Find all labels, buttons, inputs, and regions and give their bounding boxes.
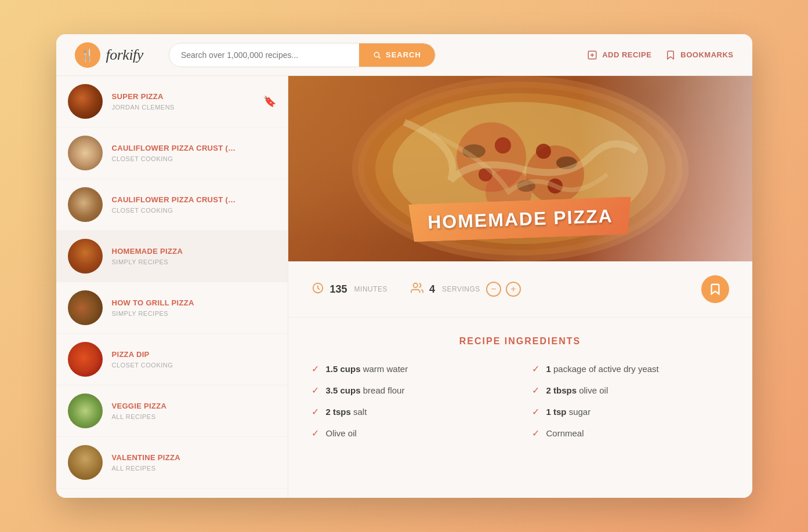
ingredient-item: ✓ 1 package of active dry yeast	[532, 363, 729, 375]
app-container: 🍴 forkify SEARCH ADD RECIPE	[56, 34, 752, 498]
recipe-info: CAULIFLOWER PIZZA CRUST (… CLOSET COOKIN…	[112, 144, 276, 162]
ingredient-item: ✓ Olive oil	[311, 427, 509, 439]
check-icon: ✓	[311, 428, 319, 439]
ingredients-title: RECIPE INGREDIENTS	[311, 336, 729, 347]
servings-meta: 4 SERVINGS − +	[411, 282, 521, 297]
recipe-list-item-6[interactable]: PIZZA DIP CLOSET COOKING	[56, 334, 288, 385]
ingredient-text: 2 tsps salt	[326, 406, 367, 418]
svg-point-15	[495, 137, 511, 154]
recipe-thumb	[68, 393, 103, 428]
recipe-name: HOW TO GRILL PIZZA	[112, 298, 276, 308]
recipe-thumb	[68, 239, 103, 274]
check-icon: ✓	[532, 406, 539, 417]
hero-title-wrap: HOMEMADE PIZZA	[408, 196, 632, 242]
add-recipe-icon	[587, 50, 597, 60]
svg-point-16	[536, 144, 551, 159]
ingredient-text: Cornmeal	[546, 427, 584, 439]
logo-icon: 🍴	[75, 42, 100, 68]
recipe-list-item-1[interactable]: SUPER PIZZA JORDAN CLEMENS 🔖	[56, 76, 288, 127]
recipe-thumb	[68, 84, 103, 119]
recipe-info: CAULIFLOWER PIZZA CRUST (… CLOSET COOKIN…	[112, 195, 276, 214]
ingredient-text: 3.5 cups bread flour	[326, 384, 405, 396]
ingredient-text: 1.5 cups warm water	[326, 363, 408, 375]
search-form: SEARCH	[169, 43, 436, 67]
recipe-name: CAULIFLOWER PIZZA CRUST (…	[112, 195, 276, 205]
decrease-servings-button[interactable]: −	[486, 282, 501, 297]
ingredient-item: ✓ 2 tbsps olive oil	[532, 384, 729, 396]
ingredient-amount: 1	[546, 364, 551, 374]
recipe-source: SIMPLY RECIPES	[112, 310, 276, 317]
recipe-list-item-2[interactable]: CAULIFLOWER PIZZA CRUST (… CLOSET COOKIN…	[56, 127, 288, 179]
recipe-info: VEGGIE PIZZA ALL RECIPES	[112, 402, 276, 420]
ingredient-amount: 2 tsps	[326, 407, 351, 417]
svg-line-1	[379, 56, 381, 58]
check-icon: ✓	[532, 363, 539, 374]
ingredient-item: ✓ Cornmeal	[532, 427, 729, 439]
ingredient-amount: 2 tbsps	[546, 385, 577, 395]
ingredients-grid: ✓ 1.5 cups warm water ✓ 1 package of act…	[311, 363, 729, 439]
logo: 🍴 forkify	[75, 42, 143, 68]
ingredient-text: 2 tbsps olive oil	[546, 384, 608, 396]
add-recipe-button[interactable]: ADD RECIPE	[587, 50, 651, 60]
ingredient-item: ✓ 1 tsp sugar	[532, 406, 729, 418]
recipe-list-item-4[interactable]: HOMEMADE PIZZA SIMPLY RECIPES	[56, 231, 288, 282]
logo-text: forkify	[106, 46, 143, 64]
recipe-info: SUPER PIZZA JORDAN CLEMENS	[112, 92, 254, 111]
bookmark-button[interactable]	[701, 275, 729, 303]
recipe-list-item-8[interactable]: VALENTINE PIZZA ALL RECIPES	[56, 437, 288, 489]
time-meta: 135 MINUTES	[311, 282, 388, 297]
ingredients-section: RECIPE INGREDIENTS ✓ 1.5 cups warm water…	[288, 318, 752, 458]
recipe-info: HOW TO GRILL PIZZA SIMPLY RECIPES	[112, 298, 276, 317]
recipe-source: JORDAN CLEMENS	[112, 104, 254, 111]
ingredient-text: 1 tsp sugar	[546, 406, 591, 418]
ingredient-amount: 3.5 cups	[326, 385, 361, 395]
recipe-name: SUPER PIZZA	[112, 92, 254, 102]
recipe-thumb	[68, 290, 103, 325]
recipe-thumb	[68, 187, 103, 222]
recipe-info: HOMEMADE PIZZA SIMPLY RECIPES	[112, 247, 276, 265]
recipe-source: CLOSET COOKING	[112, 155, 276, 162]
hero-title-bg: HOMEMADE PIZZA	[408, 196, 632, 242]
recipe-hero-title: HOMEMADE PIZZA	[427, 205, 613, 232]
svg-point-0	[374, 52, 379, 57]
ingredient-text: 1 package of active dry yeast	[546, 363, 659, 375]
people-icon	[411, 282, 423, 297]
servings-controls: − +	[486, 282, 521, 297]
main-layout: SUPER PIZZA JORDAN CLEMENS 🔖 CAULIFLOWER…	[56, 76, 752, 498]
search-input[interactable]	[169, 43, 359, 67]
check-icon: ✓	[311, 363, 319, 374]
recipe-info: VALENTINE PIZZA ALL RECIPES	[112, 453, 276, 472]
recipe-list-item-3[interactable]: CAULIFLOWER PIZZA CRUST (… CLOSET COOKIN…	[56, 179, 288, 231]
clock-icon	[311, 282, 324, 297]
ingredient-item: ✓ 2 tsps salt	[311, 406, 509, 418]
recipe-source: CLOSET COOKING	[112, 362, 276, 369]
ingredient-item: ✓ 3.5 cups bread flour	[311, 384, 509, 396]
bookmark-indicator: 🔖	[263, 95, 276, 108]
check-icon: ✓	[311, 385, 319, 396]
check-icon: ✓	[532, 428, 539, 439]
search-icon	[373, 51, 381, 59]
recipe-list-item-7[interactable]: VEGGIE PIZZA ALL RECIPES	[56, 385, 288, 437]
check-icon: ✓	[532, 385, 539, 396]
recipe-list-item-5[interactable]: HOW TO GRILL PIZZA SIMPLY RECIPES	[56, 282, 288, 334]
recipe-thumb	[68, 342, 103, 377]
recipe-thumb	[68, 445, 103, 480]
svg-point-22	[414, 283, 418, 287]
minutes-value: 135	[330, 283, 347, 296]
recipe-name: PIZZA DIP	[112, 350, 276, 360]
header-actions: ADD RECIPE BOOKMARKS	[587, 50, 733, 60]
recipe-source: ALL RECIPES	[112, 465, 276, 472]
recipe-source: CLOSET COOKING	[112, 207, 276, 214]
bookmark-icon	[709, 283, 722, 296]
bookmarks-icon	[665, 50, 676, 60]
search-button[interactable]: SEARCH	[359, 43, 435, 67]
minutes-label: MINUTES	[354, 285, 388, 293]
increase-servings-button[interactable]: +	[506, 282, 521, 297]
servings-value: 4	[429, 283, 435, 296]
recipe-meta: 135 MINUTES 4 SERVINGS − +	[288, 261, 752, 318]
sidebar: SUPER PIZZA JORDAN CLEMENS 🔖 CAULIFLOWER…	[56, 76, 288, 498]
recipe-source: SIMPLY RECIPES	[112, 258, 276, 265]
recipe-name: VALENTINE PIZZA	[112, 453, 276, 463]
header: 🍴 forkify SEARCH ADD RECIPE	[56, 34, 752, 76]
bookmarks-button[interactable]: BOOKMARKS	[665, 50, 733, 60]
